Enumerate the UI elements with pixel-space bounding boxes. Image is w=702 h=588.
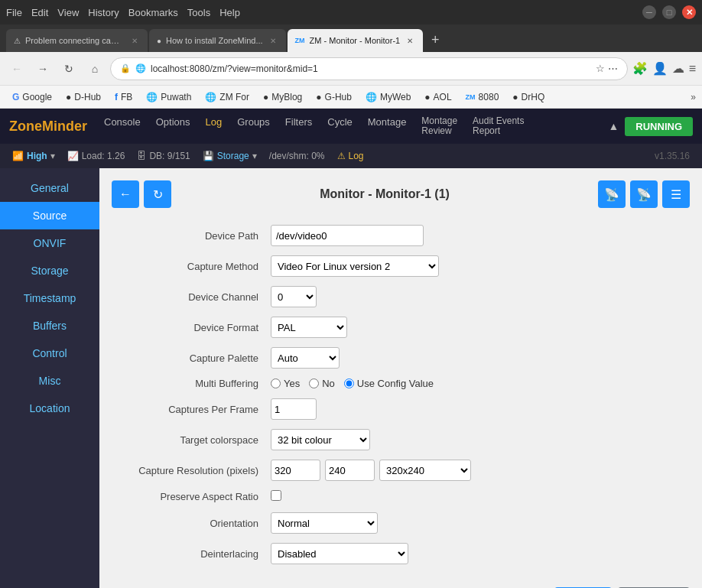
sidebar-item-storage[interactable]: Storage <box>0 257 99 284</box>
multi-buffering-no-radio[interactable] <box>309 378 319 388</box>
account-icon[interactable]: 👤 <box>652 61 668 76</box>
nav-audit[interactable]: Audit Events Report <box>465 113 531 139</box>
orientation-select[interactable]: Normal Rotate Right Rotate Left Flip Hor… <box>271 512 378 534</box>
multi-buffering-config-label[interactable]: Use Config Value <box>344 378 434 389</box>
preserve-aspect-checkbox[interactable] <box>271 490 281 501</box>
device-channel-select[interactable]: 0 1 <box>271 286 317 307</box>
address-bar: ← → ↻ ⌂ 🔒 🌐 localhost:8080/zm/?view=moni… <box>0 52 702 86</box>
captures-per-frame-input[interactable] <box>271 398 317 420</box>
sidebar-item-source[interactable]: Source <box>0 202 99 229</box>
no-text: No <box>322 378 335 389</box>
load-icon: 📈 <box>67 151 79 161</box>
content-area: ← ↻ Monitor - Monitor-1 (1) 📡 📡 ☰ Device… <box>99 168 702 588</box>
multi-buffering-yes-radio[interactable] <box>271 378 281 388</box>
browser-menu-icon[interactable]: ≡ <box>689 62 696 76</box>
tab-close-icon[interactable]: ✕ <box>268 35 278 46</box>
deinterlacing-select[interactable]: Disabled Discard Blend Blend (1:1) <box>271 543 408 564</box>
sidebar-item-timestamp[interactable]: Timestamp <box>0 284 99 312</box>
sidebar-item-control[interactable]: Control <box>0 339 99 367</box>
sidebar-item-onvif[interactable]: ONVIF <box>0 229 99 257</box>
bm-myblog[interactable]: ● MyBlog <box>257 89 308 105</box>
shm-label: /dev/shm: 0% <box>269 151 325 161</box>
sidebar-item-misc[interactable]: Misc <box>0 367 99 395</box>
sync-icon[interactable]: ☁ <box>672 61 684 76</box>
menu-bookmarks[interactable]: Bookmarks <box>128 7 178 18</box>
zm-status-bar: 📶 High ▾ 📈 Load: 1.26 🗄 DB: 9/151 💾 Stor… <box>0 144 702 168</box>
status-high[interactable]: 📶 High ▾ <box>12 151 55 161</box>
sidebar-item-buffers[interactable]: Buffers <box>0 312 99 339</box>
nav-options[interactable]: Options <box>148 113 198 139</box>
tab-favicon: ZM <box>295 37 305 44</box>
home-button[interactable]: ⌂ <box>84 58 106 80</box>
extensions-icon[interactable]: 🧩 <box>632 61 648 76</box>
capture-resolution-label: Capture Resolution (pixels) <box>112 455 265 486</box>
close-button[interactable]: ✕ <box>682 5 696 19</box>
bm-myweb[interactable]: 🌐 MyWeb <box>359 89 417 105</box>
tab-label: How to install ZoneMind... <box>166 36 263 45</box>
zm-collapse-btn[interactable]: ▲ <box>608 120 619 132</box>
high-caret-icon: ▾ <box>50 151 55 161</box>
bm-drhq[interactable]: ● DrHQ <box>506 89 551 105</box>
target-colorspace-select[interactable]: 32 bit colour 24 bit colour Greyscale 8b… <box>271 429 370 450</box>
nav-montage[interactable]: Montage <box>360 113 414 139</box>
bm-google[interactable]: G Google <box>6 89 58 105</box>
forward-button[interactable]: → <box>32 58 54 80</box>
menu-edit[interactable]: Edit <box>31 7 48 18</box>
url-box[interactable]: 🔒 🌐 localhost:8080/zm/?view=monitor&mid=… <box>110 57 628 80</box>
nav-cycle[interactable]: Cycle <box>320 113 360 139</box>
multi-buffering-config-radio[interactable] <box>344 378 354 388</box>
back-button[interactable]: ← <box>6 58 28 80</box>
bm-zmfor[interactable]: 🌐 ZM For <box>199 89 255 105</box>
tab-zm-monitor[interactable]: ZM ZM - Monitor - Monitor-1 ✕ <box>288 29 424 52</box>
bookmarks-more[interactable]: » <box>691 92 696 102</box>
status-log[interactable]: ⚠ Log <box>337 151 364 161</box>
nav-filters[interactable]: Filters <box>278 113 320 139</box>
sidebar-item-general[interactable]: General <box>0 174 99 202</box>
capture-palette-select[interactable]: Auto RGB24 RGB32 YUYV MJPEG <box>271 347 340 369</box>
nav-montage-review[interactable]: Montage Review <box>414 113 465 139</box>
refresh-monitor-button[interactable]: ↻ <box>144 180 171 208</box>
multi-buffering-no-label[interactable]: No <box>309 378 335 389</box>
device-path-input[interactable] <box>271 225 424 246</box>
tab-problem[interactable]: ⚠ Problem connecting camera ✕ <box>6 29 148 52</box>
tab-close-icon[interactable]: ✕ <box>129 35 140 46</box>
reload-button[interactable]: ↻ <box>58 58 80 80</box>
nav-log[interactable]: Log <box>198 113 230 139</box>
bm-ghub[interactable]: ● G-Hub <box>310 89 358 105</box>
stream-btn2[interactable]: 📡 <box>630 180 658 208</box>
capture-method-select[interactable]: Video For Linux version 2 Video For Linu… <box>271 255 439 277</box>
tab-zoneminder-install[interactable]: ● How to install ZoneMind... ✕ <box>149 29 286 52</box>
new-tab-button[interactable]: + <box>424 29 446 50</box>
resolution-width-input[interactable] <box>271 460 320 481</box>
bm-puwath[interactable]: 🌐 Puwath <box>140 89 197 105</box>
resolution-height-input[interactable] <box>325 460 375 481</box>
device-format-select[interactable]: PAL NTSC SECAM <box>271 317 347 338</box>
bm-dhub[interactable]: ● D-Hub <box>60 89 107 105</box>
menu-view[interactable]: View <box>57 7 79 18</box>
tab-label: Problem connecting camera <box>25 36 125 45</box>
more-icon[interactable]: ⋯ <box>608 63 618 74</box>
main-content: General Source ONVIF Storage Timestamp B… <box>0 168 702 588</box>
resolution-preset-select[interactable]: 320x240 640x480 1280x720 1920x1080 <box>379 460 471 481</box>
tab-close-icon[interactable]: ✕ <box>405 35 415 46</box>
list-btn[interactable]: ☰ <box>662 180 690 208</box>
menu-file[interactable]: File <box>6 7 22 18</box>
menu-tools[interactable]: Tools <box>187 7 210 18</box>
bm-aol[interactable]: ● AOL <box>418 89 457 105</box>
stream-btn1[interactable]: 📡 <box>598 180 626 208</box>
status-db: 🗄 DB: 9/151 <box>137 151 190 161</box>
minimize-button[interactable]: ─ <box>642 5 656 19</box>
sidebar-item-location[interactable]: Location <box>0 395 99 422</box>
status-storage[interactable]: 💾 Storage ▾ <box>203 151 257 161</box>
maximize-button[interactable]: □ <box>662 5 676 19</box>
bm-fb[interactable]: f FB <box>109 89 138 105</box>
multi-buffering-yes-label[interactable]: Yes <box>271 378 300 389</box>
nav-console[interactable]: Console <box>96 113 148 139</box>
bm-8080[interactable]: ZM 8080 <box>460 89 505 105</box>
menu-help[interactable]: Help <box>219 7 240 18</box>
form-row-device-format: Device Format PAL NTSC SECAM <box>112 312 690 343</box>
back-monitor-button[interactable]: ← <box>112 180 139 208</box>
menu-history[interactable]: History <box>88 7 119 18</box>
bookmark-icon[interactable]: ☆ <box>596 63 605 74</box>
nav-groups[interactable]: Groups <box>229 113 278 139</box>
